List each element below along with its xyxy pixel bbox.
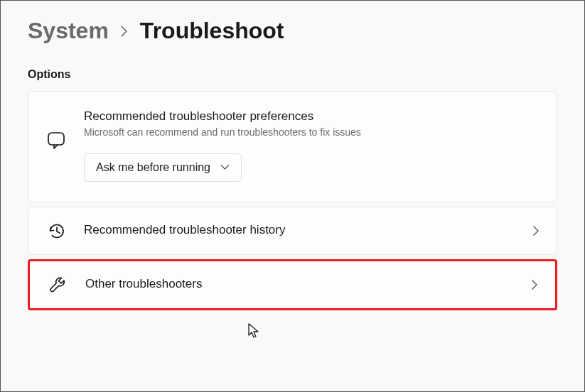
- section-label: Options: [28, 68, 557, 81]
- history-title: Recommended troubleshooter history: [84, 222, 532, 239]
- preferences-card: Recommended troubleshooter preferences M…: [28, 91, 557, 202]
- chevron-down-icon: [220, 164, 230, 170]
- breadcrumb-parent[interactable]: System: [28, 18, 109, 44]
- dropdown-value: Ask me before running: [96, 161, 210, 174]
- chevron-right-icon: [532, 225, 540, 236]
- cursor-icon: [247, 322, 262, 339]
- page-title: Troubleshoot: [140, 18, 284, 44]
- other-troubleshooters-card[interactable]: Other troubleshooters: [28, 259, 557, 310]
- preferences-dropdown[interactable]: Ask me before running: [84, 153, 242, 182]
- feedback-icon: [45, 131, 67, 150]
- chevron-right-icon: [531, 279, 538, 290]
- svg-rect-0: [48, 133, 64, 145]
- history-card[interactable]: Recommended troubleshooter history: [28, 207, 557, 255]
- chevron-right-icon: [120, 25, 129, 38]
- breadcrumb: System Troubleshoot: [28, 18, 557, 44]
- preferences-subtitle: Microsoft can recommend and run troubles…: [84, 126, 540, 138]
- wrench-icon: [47, 276, 68, 294]
- preferences-title: Recommended troubleshooter preferences: [84, 109, 540, 125]
- other-title: Other troubleshooters: [85, 276, 531, 293]
- history-icon: [45, 222, 67, 240]
